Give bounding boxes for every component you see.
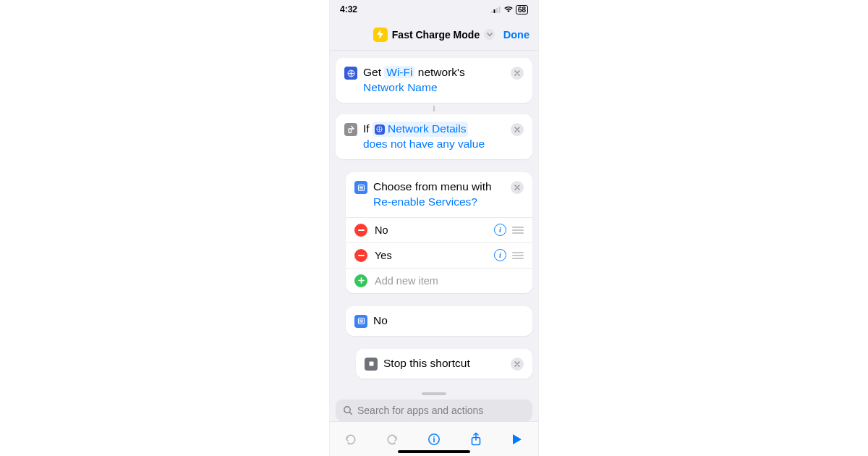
menu-item[interactable]: Yes i — [346, 243, 532, 269]
menu-prompt-token[interactable]: Re-enable Services? — [373, 195, 477, 208]
search-placeholder: Search for apps and actions — [357, 405, 483, 416]
svg-rect-8 — [358, 229, 365, 231]
network-icon — [344, 67, 357, 80]
remove-item-button[interactable] — [354, 249, 367, 262]
action-text: Get Wi-Fi network's Network Name — [363, 65, 505, 96]
flow-connector — [336, 106, 532, 111]
case-label: No — [373, 313, 524, 329]
network-details-token[interactable]: Network Details — [373, 122, 469, 137]
condition-token[interactable]: does not have any value — [363, 138, 485, 150]
svg-rect-1 — [493, 9, 495, 13]
cellular-icon — [491, 6, 501, 13]
home-indicator[interactable] — [398, 450, 470, 453]
nav-title-group[interactable]: Fast Charge Mode — [373, 28, 495, 42]
delete-action-button[interactable] — [511, 181, 524, 194]
add-item-button[interactable]: Add new item — [346, 269, 532, 293]
delete-action-button[interactable] — [511, 123, 524, 136]
action-text: If Network Details does not have any val… — [363, 122, 505, 152]
search-icon — [343, 405, 353, 415]
drag-handle-icon[interactable] — [512, 227, 524, 234]
phone-frame: 4:32 68 Fast Charge Mode Done — [329, 0, 539, 456]
svg-rect-2 — [496, 8, 498, 13]
nav-bar: Fast Charge Mode Done — [330, 19, 538, 51]
info-icon[interactable]: i — [494, 249, 506, 261]
redo-button[interactable] — [384, 431, 400, 447]
action-get-network[interactable]: Get Wi-Fi network's Network Name — [336, 58, 532, 103]
stop-icon — [365, 358, 378, 371]
svg-rect-9 — [358, 255, 365, 256]
menu-item[interactable]: No i — [346, 218, 532, 243]
delete-action-button[interactable] — [511, 67, 524, 80]
if-icon — [344, 123, 357, 136]
plus-icon — [354, 274, 367, 287]
drag-handle-icon[interactable] — [512, 252, 524, 259]
wifi-token[interactable]: Wi-Fi — [384, 66, 414, 78]
svg-rect-5 — [433, 106, 435, 111]
network-name-token[interactable]: Network Name — [363, 81, 438, 93]
play-button[interactable] — [509, 431, 525, 447]
battery-icon: 68 — [516, 5, 528, 14]
action-text: Choose from menu with Re-enable Services… — [373, 180, 505, 210]
done-button[interactable]: Done — [503, 29, 529, 41]
action-stop-shortcut[interactable]: Stop this shortcut — [356, 349, 532, 379]
stop-label: Stop this shortcut — [383, 356, 505, 371]
search-panel[interactable]: Search for apps and actions — [330, 388, 538, 421]
wifi-icon — [503, 6, 514, 13]
svg-rect-3 — [498, 7, 500, 13]
add-item-placeholder: Add new item — [375, 275, 438, 287]
sheet-grabber[interactable] — [422, 392, 446, 395]
svg-rect-11 — [369, 362, 373, 366]
info-button[interactable] — [426, 431, 442, 447]
remove-item-button[interactable] — [354, 224, 367, 237]
share-button[interactable] — [468, 431, 484, 447]
menu-item-label: No — [375, 224, 487, 236]
menu-items-list: No i Yes i Add new item — [346, 217, 532, 293]
action-menu-case[interactable]: No — [346, 306, 532, 336]
search-input[interactable]: Search for apps and actions — [336, 400, 532, 421]
undo-button[interactable] — [343, 431, 359, 447]
action-if[interactable]: If Network Details does not have any val… — [336, 114, 532, 159]
network-icon — [375, 124, 385, 135]
action-choose-menu[interactable]: Choose from menu with Re-enable Services… — [346, 172, 532, 293]
status-bar: 4:32 68 — [330, 0, 538, 19]
status-time: 4:32 — [340, 4, 357, 14]
chevron-down-icon[interactable] — [484, 29, 495, 40]
menu-icon — [354, 181, 367, 194]
bolt-icon — [373, 28, 388, 42]
menu-item-label: Yes — [375, 250, 487, 261]
status-right: 68 — [491, 5, 528, 14]
delete-action-button[interactable] — [511, 358, 524, 371]
svg-rect-0 — [491, 11, 493, 13]
info-icon[interactable]: i — [494, 224, 506, 236]
menu-icon — [354, 315, 367, 328]
svg-point-14 — [433, 436, 435, 437]
actions-scroll[interactable]: Get Wi-Fi network's Network Name If — [330, 51, 538, 388]
shortcut-title: Fast Charge Mode — [392, 29, 480, 41]
